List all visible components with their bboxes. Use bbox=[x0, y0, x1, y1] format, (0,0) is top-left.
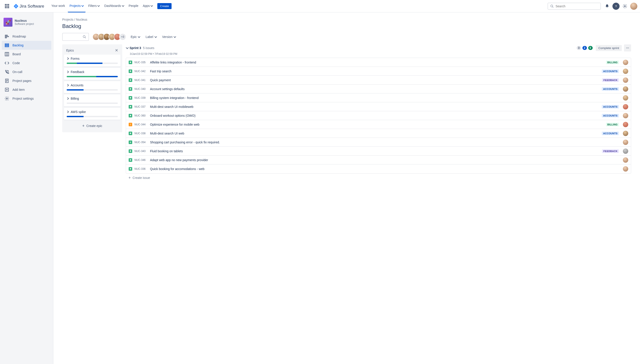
plus-icon: + bbox=[82, 124, 85, 128]
nav-people[interactable]: People bbox=[127, 0, 140, 12]
assignee-avatar[interactable] bbox=[623, 122, 628, 127]
assignee-avatar[interactable] bbox=[623, 104, 628, 110]
epic-name: Accounts bbox=[71, 84, 84, 87]
help-icon[interactable]: ? bbox=[612, 3, 619, 10]
issue-key[interactable]: NUC-335 bbox=[134, 61, 148, 64]
epic-badge[interactable]: BILLING bbox=[606, 123, 619, 126]
breadcrumb[interactable]: Projects / Nucleus bbox=[62, 18, 631, 21]
sprint-more-button[interactable]: ⋯ bbox=[624, 44, 631, 52]
epic-card[interactable]: Accounts bbox=[64, 81, 120, 93]
assignee-avatar[interactable] bbox=[623, 60, 628, 65]
app-switcher-icon[interactable] bbox=[5, 4, 10, 9]
issue-row[interactable]: NUC-360 Onboard workout options (OWO) AC… bbox=[126, 111, 631, 120]
issue-key[interactable]: NUC-339 bbox=[134, 96, 148, 100]
issue-key[interactable]: NUC-342 bbox=[134, 70, 148, 73]
issue-row[interactable]: NUC-342 Fast trip search ACCOUNTS bbox=[126, 67, 631, 76]
issue-row[interactable]: NUC-354 Shopping cart purchasing error -… bbox=[126, 138, 631, 147]
status-done-pill: 0 bbox=[588, 46, 593, 50]
chevron-down-icon[interactable] bbox=[126, 46, 128, 50]
assignee-avatar[interactable] bbox=[623, 86, 628, 92]
sidebar-oncall[interactable]: On-call bbox=[2, 68, 51, 76]
epic-card[interactable]: Billing bbox=[64, 94, 120, 106]
assignee-filter[interactable]: +3 bbox=[92, 33, 126, 40]
assignee-avatar[interactable] bbox=[623, 68, 628, 74]
nav-filters[interactable]: Filters bbox=[86, 0, 102, 12]
story-type-icon bbox=[129, 78, 132, 82]
epic-card[interactable]: Forms bbox=[64, 54, 120, 66]
issue-key[interactable]: NUC-341 bbox=[134, 78, 148, 82]
nav-your-work[interactable]: Your work bbox=[50, 0, 67, 12]
avatar-more[interactable]: +3 bbox=[119, 33, 126, 40]
issue-key[interactable]: NUC-336 bbox=[134, 167, 148, 170]
complete-sprint-button[interactable]: Complete sprint bbox=[596, 45, 622, 51]
global-search[interactable] bbox=[548, 3, 601, 10]
assignee-avatar[interactable] bbox=[623, 148, 628, 154]
issue-row[interactable]: NUC-344 Optimize experience for mobile w… bbox=[126, 120, 631, 129]
epic-badge[interactable]: ACCOUNTS bbox=[602, 114, 619, 118]
project-header[interactable]: 🚀 Nucleus Software project bbox=[2, 18, 51, 30]
epic-badge[interactable]: ACCOUNTS bbox=[602, 87, 619, 91]
assignee-avatar[interactable] bbox=[623, 166, 628, 172]
issue-row[interactable]: NUC-340 Account settings defaults ACCOUN… bbox=[126, 84, 631, 94]
nav-dashboards[interactable]: Dashboards bbox=[102, 0, 126, 12]
create-issue-button[interactable]: + Create issue bbox=[126, 174, 631, 182]
filter-label[interactable]: Label bbox=[145, 34, 157, 40]
settings-icon[interactable] bbox=[621, 3, 628, 10]
epic-badge[interactable]: BILLING bbox=[606, 60, 619, 64]
search-input[interactable] bbox=[556, 4, 598, 8]
assignee-avatar[interactable] bbox=[623, 131, 628, 136]
epic-card[interactable]: AWS spike bbox=[64, 108, 120, 120]
create-epic-button[interactable]: + Create epic bbox=[64, 121, 120, 130]
issue-key[interactable]: NUC-354 bbox=[134, 141, 148, 144]
notifications-icon[interactable] bbox=[603, 3, 611, 10]
issue-row[interactable]: NUC-339 Billing system integration - fro… bbox=[126, 94, 631, 102]
sidebar-backlog[interactable]: Backlog bbox=[2, 41, 51, 50]
epic-badge[interactable]: ACCOUNTS bbox=[602, 132, 619, 135]
create-button[interactable]: Create bbox=[157, 3, 171, 9]
epic-badge[interactable]: FEEDBACK bbox=[602, 149, 619, 153]
epic-progress-bar bbox=[67, 116, 118, 117]
sidebar-roadmap[interactable]: Roadmap bbox=[2, 32, 51, 41]
issue-row[interactable]: NUC-346 Adapt web app no new payments pr… bbox=[126, 156, 631, 164]
sidebar-board[interactable]: Board bbox=[2, 50, 51, 58]
sprint-name[interactable]: Sprint 3 bbox=[130, 46, 141, 50]
svg-rect-9 bbox=[5, 46, 9, 47]
nav-apps[interactable]: Apps bbox=[141, 0, 155, 12]
issue-row[interactable]: NUC-336 Quick booking for accomodations … bbox=[126, 164, 631, 173]
assignee-avatar[interactable] bbox=[623, 140, 628, 145]
sidebar-add-item[interactable]: Add item bbox=[2, 85, 51, 94]
search-icon bbox=[83, 35, 86, 38]
epic-badge[interactable]: ACCOUNTS bbox=[602, 105, 619, 108]
assignee-avatar[interactable] bbox=[623, 157, 628, 163]
assignee-avatar[interactable] bbox=[623, 78, 628, 83]
filter-version[interactable]: Version bbox=[161, 34, 177, 40]
filter-epic[interactable]: Epic bbox=[130, 34, 141, 40]
sidebar-code[interactable]: Code bbox=[2, 58, 51, 68]
sidebar-pages[interactable]: Project pages bbox=[2, 76, 51, 85]
issue-row[interactable]: NUC-337 Multi-dest search UI mobileweb A… bbox=[126, 102, 631, 111]
code-icon bbox=[5, 60, 9, 66]
issue-row[interactable]: NUC-338 Multi-dest search UI web ACCOUNT… bbox=[126, 129, 631, 138]
issue-key[interactable]: NUC-340 bbox=[134, 88, 148, 90]
epic-card[interactable]: Feedback bbox=[64, 68, 120, 80]
nav-projects[interactable]: Projects bbox=[68, 0, 86, 12]
issue-key[interactable]: NUC-360 bbox=[134, 114, 148, 117]
assignee-avatar[interactable] bbox=[623, 113, 628, 118]
issue-key[interactable]: NUC-337 bbox=[134, 105, 148, 108]
issue-row[interactable]: NUC-335 Affelite links integration - fro… bbox=[126, 58, 631, 67]
epic-badge[interactable]: ACCOUNTS bbox=[602, 70, 619, 73]
backlog-search[interactable] bbox=[62, 33, 89, 41]
issue-key[interactable]: NUC-338 bbox=[134, 132, 148, 135]
close-epics-icon[interactable]: ✕ bbox=[115, 48, 118, 53]
issue-row[interactable]: NUC-341 Quick payment FEEDBACK bbox=[126, 76, 631, 84]
issue-key[interactable]: NUC-346 bbox=[134, 158, 148, 162]
assignee-avatar[interactable] bbox=[623, 95, 628, 100]
issue-key[interactable]: NUC-344 bbox=[134, 123, 148, 126]
sidebar-settings[interactable]: Project settings bbox=[2, 94, 51, 103]
profile-avatar[interactable] bbox=[630, 3, 637, 10]
jira-logo[interactable]: Jira Software bbox=[12, 4, 46, 9]
chevron-down-icon bbox=[174, 36, 176, 38]
issue-row[interactable]: NUC-343 Fluid booking on tablets FEEDBAC… bbox=[126, 147, 631, 156]
epic-badge[interactable]: FEEDBACK bbox=[602, 78, 619, 82]
issue-key[interactable]: NUC-343 bbox=[134, 150, 148, 153]
